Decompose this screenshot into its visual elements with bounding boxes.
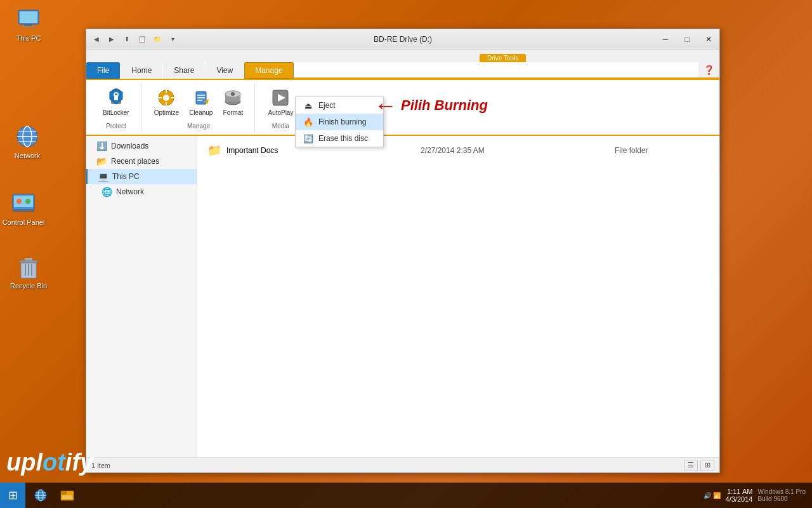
svg-rect-30 xyxy=(159,97,162,98)
dropdown-item-finish-burning[interactable]: 🔥 Finish burning xyxy=(296,114,383,130)
grid-view-button[interactable]: ⊞ xyxy=(700,460,714,471)
sidebar-item-network-label: Network xyxy=(116,187,144,196)
list-view-button[interactable]: ☰ xyxy=(684,460,698,471)
dropdown-item-eject[interactable]: ⏏ Eject xyxy=(296,97,383,114)
watermark-text2: ot xyxy=(43,449,65,476)
help-button[interactable]: ❓ xyxy=(698,62,719,79)
optimize-icon xyxy=(156,88,176,108)
ribbon: Drive Tools File Home Share View Manage … xyxy=(86,50,719,136)
dropdown-item-erase-disc[interactable]: 🔄 Erase this disc xyxy=(296,130,383,147)
watermark-text1: upl xyxy=(6,449,43,476)
sidebar-item-recent-places-label: Recent places xyxy=(111,157,159,166)
tab-share[interactable]: Share xyxy=(163,62,205,79)
svg-rect-50 xyxy=(61,491,67,495)
taskbar-icon-ie[interactable] xyxy=(28,483,53,508)
file-list: 📁 Important Docs 2/27/2014 2:35 AM File … xyxy=(197,136,719,165)
sidebar-item-downloads[interactable]: ⬇️ Downloads xyxy=(86,138,197,154)
annotation: ← Pilih Burning xyxy=(374,94,488,117)
sidebar-item-this-pc-label: This PC xyxy=(112,172,140,181)
cleanup-button[interactable]: Cleanup xyxy=(185,85,216,119)
desktop-icon-control-panel-label: Control Panel xyxy=(3,218,45,226)
desktop-icon-control-panel[interactable]: Control Panel xyxy=(1,190,46,226)
table-row[interactable]: 📁 Important Docs 2/27/2014 2:35 AM File … xyxy=(202,141,714,160)
svg-rect-13 xyxy=(13,210,34,212)
taskbar-icon-explorer[interactable] xyxy=(55,483,80,508)
os-name: Windows 8.1 Pro xyxy=(757,488,806,495)
dropdown-item-eject-label: Eject xyxy=(318,101,336,110)
drive-tools-header: Drive Tools xyxy=(480,54,526,62)
properties-button[interactable]: 📋 xyxy=(136,33,148,46)
up-button[interactable]: ⬆ xyxy=(121,33,133,46)
format-button[interactable]: Format xyxy=(219,85,247,119)
network-icon xyxy=(15,124,40,149)
ribbon-group-protect: BitLocker Protect xyxy=(91,83,141,132)
manage-buttons: Optimize Cleanup xyxy=(150,85,247,119)
close-button[interactable]: ✕ xyxy=(698,29,719,50)
protect-group-label: Protect xyxy=(106,121,126,130)
title-bar: ◀ ▶ ⬆ 📋 📁 ▾ BD-RE Drive (D:) ─ □ ✕ xyxy=(86,29,719,50)
annotation-text: Pilih Burning xyxy=(401,97,488,114)
finish-burning-icon: 🔥 xyxy=(303,117,313,127)
this-pc-icon xyxy=(16,6,41,32)
tab-home[interactable]: Home xyxy=(121,62,162,79)
desktop-icon-this-pc[interactable]: This PC xyxy=(6,6,51,42)
sidebar-item-recent-places[interactable]: 📂 Recent places xyxy=(86,154,197,169)
taskbar-date: 4/3/2014 xyxy=(726,495,753,503)
main-content: 📁 Important Docs 2/27/2014 2:35 AM File … xyxy=(197,136,719,457)
format-label: Format xyxy=(223,109,244,116)
os-build: Build 9600 xyxy=(757,495,806,502)
cleanup-icon xyxy=(191,88,211,108)
autoplay-button[interactable]: AutoPlay xyxy=(264,85,297,119)
tab-strip: File Home Share View Manage ❓ xyxy=(86,62,719,80)
network-sidebar-icon: 🌐 xyxy=(102,187,112,197)
file-type: File folder xyxy=(615,146,709,155)
svg-rect-16 xyxy=(25,258,32,260)
svg-point-27 xyxy=(163,95,169,101)
maximize-button[interactable]: □ xyxy=(676,29,698,50)
svg-rect-3 xyxy=(22,26,35,27)
status-bar: 1 item ☰ ⊞ xyxy=(86,457,719,472)
window-title: BD-RE Drive (D:) xyxy=(374,35,432,44)
bitlocker-button[interactable]: BitLocker xyxy=(99,85,133,119)
svg-rect-28 xyxy=(166,90,167,93)
desktop-icon-recycle-bin[interactable]: Recycle Bin xyxy=(6,254,51,290)
control-panel-icon xyxy=(11,190,36,216)
quick-access-toolbar: ◀ ▶ ⬆ 📋 📁 ▾ xyxy=(86,33,183,46)
tab-manage[interactable]: Manage xyxy=(244,62,293,79)
taskbar: ⊞ 🔊 📶 1:11 AM 4/3/2014 Windows 8 xyxy=(0,483,812,508)
explorer-body: ⬇️ Downloads 📂 Recent places 💻 This PC 🌐… xyxy=(86,136,719,457)
sidebar-item-network[interactable]: 🌐 Network xyxy=(86,184,197,199)
start-button[interactable]: ⊞ xyxy=(0,483,25,508)
bitlocker-label: BitLocker xyxy=(103,109,129,116)
back-button[interactable]: ◀ xyxy=(90,33,103,46)
eject-icon: ⏏ xyxy=(303,100,313,110)
dropdown-item-erase-disc-label: Erase this disc xyxy=(318,134,368,143)
os-info: Windows 8.1 Pro Build 9600 xyxy=(757,488,806,502)
bitlocker-icon xyxy=(106,88,126,108)
svg-rect-1 xyxy=(20,11,37,23)
sidebar-item-this-pc[interactable]: 💻 This PC xyxy=(86,169,197,184)
sidebar: ⬇️ Downloads 📂 Recent places 💻 This PC 🌐… xyxy=(86,136,197,457)
new-folder-button[interactable]: 📁 xyxy=(151,33,164,46)
media-group-label: Media xyxy=(272,121,289,130)
tab-file[interactable]: File xyxy=(86,62,120,79)
customize-button[interactable]: ▾ xyxy=(166,33,179,46)
ribbon-group-manage: Optimize Cleanup xyxy=(143,83,256,132)
taskbar-time: 1:11 AM xyxy=(727,488,752,495)
forward-button[interactable]: ▶ xyxy=(105,33,118,46)
optimize-button[interactable]: Optimize xyxy=(150,85,183,119)
tab-view[interactable]: View xyxy=(206,62,244,79)
dropdown-menu: ⏏ Eject 🔥 Finish burning 🔄 Erase this di… xyxy=(295,97,384,147)
media-buttons: AutoPlay xyxy=(264,85,297,119)
svg-point-12 xyxy=(25,199,30,204)
watermark: uplotify xyxy=(6,449,93,476)
svg-rect-29 xyxy=(166,102,167,105)
taskbar-right: 🔊 📶 1:11 AM 4/3/2014 Windows 8.1 Pro Bui… xyxy=(697,488,812,503)
file-name: Important Docs xyxy=(226,146,416,155)
svg-rect-51 xyxy=(62,495,72,499)
clock: 1:11 AM 4/3/2014 xyxy=(726,488,753,503)
downloads-icon: ⬇️ xyxy=(96,141,107,151)
minimize-button[interactable]: ─ xyxy=(655,29,676,50)
recent-places-icon: 📂 xyxy=(96,156,107,166)
desktop-icon-network[interactable]: Network xyxy=(5,124,49,159)
